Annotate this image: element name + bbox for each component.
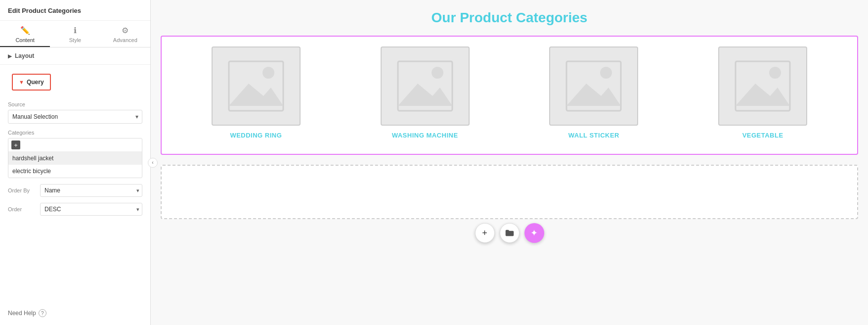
tab-advanced[interactable]: ⚙ Advanced — [100, 21, 150, 47]
source-select[interactable]: Manual Selection Auto — [8, 110, 142, 124]
panel-title: Edit Product Categories — [0, 0, 150, 21]
tab-content[interactable]: ✏️ Content — [0, 21, 50, 47]
category-item-bicycle[interactable]: electric bicycle — [8, 165, 142, 178]
product-image-2 — [549, 46, 638, 126]
order-row: Order DESC ASC — [0, 200, 150, 219]
source-select-wrapper: Manual Selection Auto — [8, 110, 142, 124]
product-card-3: VEGETABLE — [683, 46, 842, 139]
need-help-section[interactable]: Need Help ? — [0, 301, 150, 325]
tab-style-label: Style — [69, 37, 81, 43]
order-select[interactable]: DESC ASC — [40, 203, 142, 216]
placeholder-svg-3 — [733, 59, 792, 113]
product-name-3: VEGETABLE — [742, 132, 783, 139]
product-card-1: WASHING MACHINE — [346, 46, 505, 139]
tab-style[interactable]: ℹ Style — [50, 21, 100, 47]
category-item-hardshell[interactable]: hardshell jacket — [8, 152, 142, 165]
product-card-2: WALL STICKER — [515, 46, 674, 139]
layout-section-label: Layout — [15, 52, 34, 59]
svg-point-1 — [262, 67, 274, 79]
svg-marker-11 — [736, 84, 790, 106]
page-title: Our Product Categories — [161, 10, 858, 26]
placeholder-svg-0 — [226, 59, 286, 113]
help-icon: ? — [39, 309, 46, 317]
product-name-1: WASHING MACHINE — [392, 132, 458, 139]
tab-content-label: Content — [15, 37, 35, 43]
layout-section-header[interactable]: ▶ Layout — [0, 47, 150, 65]
magic-action-button[interactable]: ✦ — [524, 223, 544, 243]
placeholder-svg-2 — [564, 59, 623, 113]
style-icon: ℹ — [74, 26, 77, 35]
advanced-icon: ⚙ — [122, 26, 129, 35]
order-by-row: Order By Name Date ID — [0, 181, 150, 200]
svg-point-7 — [600, 67, 612, 79]
product-image-0 — [212, 46, 301, 126]
source-field-group: Source Manual Selection Auto — [0, 98, 150, 127]
layout-arrow-icon: ▶ — [8, 53, 12, 59]
product-name-0: WEDDING RING — [230, 132, 282, 139]
order-select-wrap: DESC ASC — [40, 203, 142, 216]
svg-point-10 — [769, 67, 781, 79]
order-by-select[interactable]: Name Date ID — [40, 184, 142, 197]
svg-marker-8 — [566, 84, 621, 106]
categories-search-row: + — [8, 139, 142, 152]
svg-marker-5 — [398, 84, 452, 106]
query-section-header[interactable]: ▼ Query — [12, 74, 51, 91]
add-action-button[interactable]: + — [475, 223, 495, 243]
bottom-actions: + ✦ — [475, 223, 544, 243]
categories-input-wrapper: + hardshell jacket electric bicycle — [8, 138, 142, 178]
product-card-0: WEDDING RING — [176, 46, 336, 139]
panel-collapse-button[interactable]: ‹ — [148, 158, 158, 168]
placeholder-svg-1 — [395, 59, 455, 113]
need-help-label: Need Help — [8, 310, 36, 317]
categories-search-input[interactable] — [22, 141, 139, 148]
product-image-3 — [718, 46, 807, 126]
content-icon: ✏️ — [20, 26, 30, 35]
source-label: Source — [8, 101, 142, 107]
product-image-1 — [381, 46, 470, 126]
product-name-2: WALL STICKER — [568, 132, 619, 139]
tab-advanced-label: Advanced — [113, 37, 137, 43]
left-panel-wrapper: Edit Product Categories ✏️ Content ℹ Sty… — [0, 0, 151, 325]
product-grid-container: WEDDING RING WASHING MACHINE — [161, 36, 858, 155]
query-section-wrapper: ▼ Query — [0, 65, 150, 98]
categories-label: Categories — [8, 130, 142, 136]
order-by-label: Order By — [8, 187, 35, 193]
svg-marker-2 — [229, 84, 283, 106]
bottom-dashed-box: + ✦ — [161, 165, 858, 219]
folder-action-button[interactable] — [500, 223, 520, 243]
folder-icon — [505, 230, 514, 236]
query-section-label: Query — [27, 79, 44, 86]
right-content: Our Product Categories WEDDING RING — [151, 0, 868, 325]
categories-add-button[interactable]: + — [11, 140, 20, 149]
order-label: Order — [8, 206, 35, 212]
left-panel: Edit Product Categories ✏️ Content ℹ Sty… — [0, 0, 151, 325]
svg-point-4 — [432, 67, 443, 79]
categories-section: Categories + hardshell jacket electric b… — [0, 127, 150, 181]
query-arrow-icon: ▼ — [19, 79, 24, 85]
product-grid: WEDDING RING WASHING MACHINE — [176, 46, 842, 139]
order-by-select-wrap: Name Date ID — [40, 184, 142, 197]
tabs-bar: ✏️ Content ℹ Style ⚙ Advanced — [0, 21, 150, 47]
